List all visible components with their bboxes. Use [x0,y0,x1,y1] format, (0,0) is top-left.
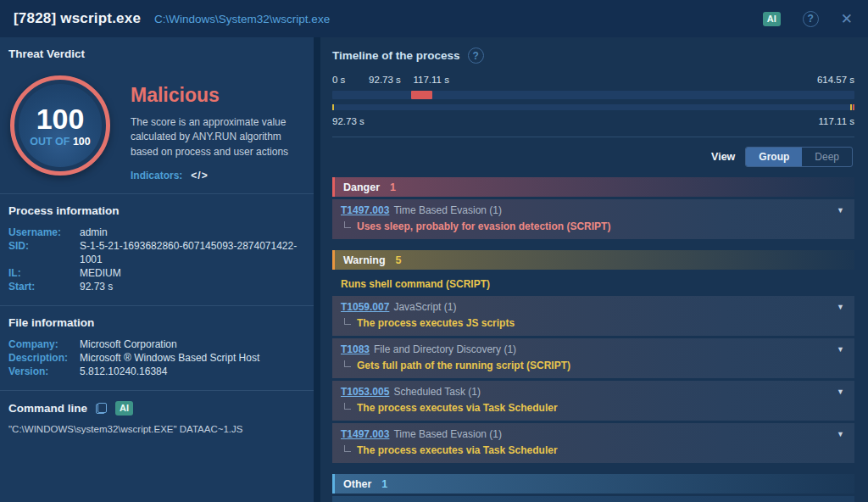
field-value: admin [80,226,108,239]
signal-description: The process executes JS scripts [357,316,515,330]
other-group: Other 1 Self-termination (SCRIPT) [332,474,854,502]
process-path[interactable]: C:\Windows\System32\wscript.exe [154,13,330,25]
danger-group: Danger 1 T1497.003 Time Based Evasion (1… [332,177,854,239]
group-count: 1 [390,181,396,193]
mitre-technique-link[interactable]: T1497.003 [341,427,389,442]
help-icon[interactable]: ? [803,11,819,27]
group-view-button[interactable]: Group [746,148,802,166]
timeline-selection-handle[interactable] [411,91,432,99]
field-value: MEDIUM [80,266,121,280]
threat-verdict-section: Threat Verdict 100 OUT OF 100 Malicious … [0,37,314,193]
technique-row[interactable]: T1053.005 Scheduled Task (1) ▼ The proce… [332,381,854,421]
command-line-heading: Command line [8,402,87,415]
signal-row[interactable]: Runs shell command (SCRIPT) [332,272,854,296]
timeline-help-icon[interactable]: ? [468,47,484,64]
timeline-label-sel-start: 92.73 s [369,75,401,85]
signal-description: Gets full path of the running script (SC… [357,359,570,372]
field-label: SID: [8,239,80,266]
score-out-of-value: 100 [73,136,91,148]
file-info-row: Version: 5.812.10240.16384 [8,365,305,378]
chevron-down-icon[interactable]: ▼ [835,385,846,399]
file-information-heading: File information [8,316,305,329]
view-label: View [711,151,735,163]
window-header: [7828] wscript.exe C:\Windows\System32\w… [0,0,868,37]
field-value: Microsoft ® Windows Based Script Host [80,351,259,365]
timeline-event-marker[interactable] [332,104,334,110]
file-information-section: File information Company: Microsoft Corp… [0,306,314,390]
technique-row[interactable]: T1497.003 Time Based Evasion (1) ▼ The p… [332,423,854,463]
chevron-down-icon[interactable]: ▼ [835,343,846,357]
process-info-row: SID: S-1-5-21-1693682860-607145093-28740… [8,239,305,266]
group-title: Other [343,478,371,490]
process-title: [7828] wscript.exe [14,10,141,27]
timeline-zoom-track[interactable] [332,104,854,110]
verdict-description: The score is an approximate value calcul… [131,115,307,159]
timeline-overview-track[interactable] [332,91,854,99]
close-icon[interactable]: ✕ [841,12,853,26]
process-information-section: Process information Username: admin SID:… [0,194,314,305]
copy-icon[interactable] [96,403,107,414]
danger-group-header: Danger 1 [332,177,854,197]
tree-elbow-icon [344,221,351,228]
deep-view-button[interactable]: Deep [802,148,852,166]
view-mode-switch: Group Deep [745,147,853,167]
chevron-down-icon[interactable]: ▼ [835,300,846,315]
code-indicator-icon[interactable]: </> [191,170,208,181]
process-info-row: IL: MEDIUM [8,266,305,280]
timeline-panel: Timeline of the process ? 0 s 92.73 s 11… [320,37,868,502]
signal-row[interactable]: Self-termination (SCRIPT) [332,496,854,502]
field-value: Microsoft Corporation [80,337,177,351]
technique-name: Scheduled Task (1) [393,385,481,399]
warning-group: Warning 5 Runs shell command (SCRIPT) T1… [332,250,854,463]
field-label: Username: [8,226,80,239]
chevron-down-icon[interactable]: ▼ [835,204,846,218]
score-out-of-label: OUT OF [30,136,70,148]
process-info-row: Start: 92.73 s [8,280,305,293]
file-info-row: Company: Microsoft Corporation [8,337,305,351]
timeline-top-labels: 0 s 92.73 s 117.11 s 614.57 s [332,75,854,86]
timeline-event-marker[interactable] [853,104,854,110]
tree-elbow-icon [344,360,351,367]
timeline-label-total: 614.57 s [817,75,854,85]
technique-name: Time Based Evasion (1) [393,427,502,442]
timeline-label-sel-end: 117.11 s [413,75,448,85]
threat-verdict-heading: Threat Verdict [8,47,305,60]
tree-elbow-icon [344,318,351,325]
process-information-heading: Process information [8,204,305,217]
technique-row[interactable]: T1083 File and Directory Discovery (1) ▼… [332,338,854,378]
mitre-technique-link[interactable]: T1059.007 [341,300,389,315]
group-count: 1 [381,478,387,490]
timeline-zoom-end: 117.11 s [819,116,854,126]
tree-elbow-icon [344,403,351,410]
signal-description: The process executes via Task Scheduler [357,443,558,457]
timeline-label-start: 0 s [332,75,345,85]
signal-description: Uses sleep, probably for evasion detecti… [357,220,610,233]
group-title: Danger [343,181,380,193]
group-title: Warning [343,254,386,266]
signal-description: The process executes via Task Scheduler [357,401,558,415]
ai-badge[interactable]: AI [763,12,781,26]
chevron-down-icon[interactable]: ▼ [835,427,846,442]
timeline-event-marker[interactable] [850,104,852,110]
tree-elbow-icon [344,445,351,452]
details-panel: Threat Verdict 100 OUT OF 100 Malicious … [0,37,314,502]
mitre-technique-link[interactable]: T1083 [341,343,370,357]
field-label: IL: [8,266,80,280]
mitre-technique-link[interactable]: T1053.005 [341,385,389,399]
technique-row[interactable]: T1059.007 JavaScript (1) ▼ The process e… [332,296,854,336]
timeline-zoom-start: 92.73 s [332,116,364,126]
mitre-technique-link[interactable]: T1497.003 [341,204,389,218]
field-label: Start: [8,280,80,293]
technique-name: JavaScript (1) [393,300,456,315]
technique-row[interactable]: T1497.003 Time Based Evasion (1) ▼ Uses … [332,199,854,239]
threat-score-ring: 100 OUT OF 100 [10,75,110,176]
indicators-label: Indicators: [131,170,182,181]
technique-name: Time Based Evasion (1) [393,204,502,218]
ai-badge[interactable]: AI [115,401,133,416]
field-label: Version: [8,365,80,378]
field-label: Description: [8,351,80,365]
timeline-divider [332,137,854,137]
timeline-bottom-labels: 92.73 s 117.11 s [332,116,854,126]
warning-group-header: Warning 5 [332,250,854,270]
command-line-section: Command line AI "C:\WINDOWS\system32\wsc… [0,391,314,446]
